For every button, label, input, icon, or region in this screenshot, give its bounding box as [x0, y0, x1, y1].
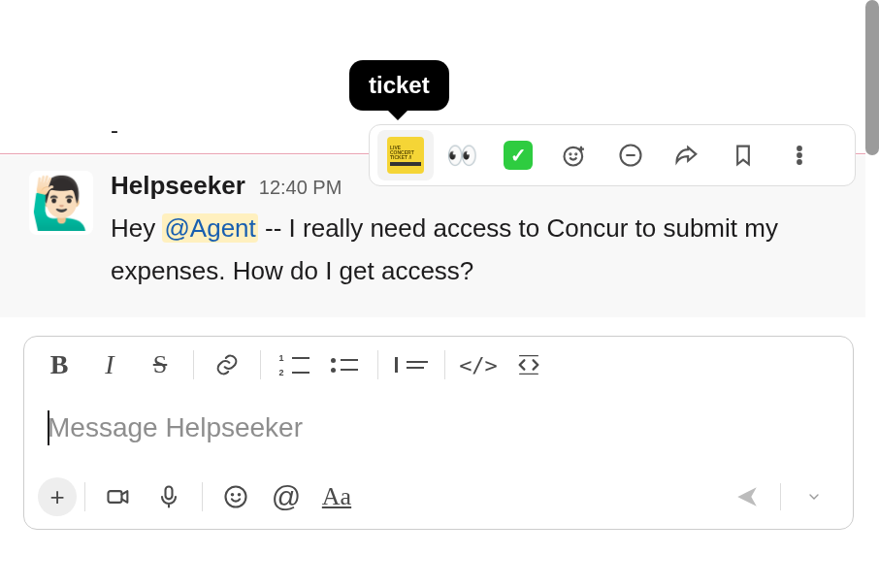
svg-point-9 [226, 487, 246, 507]
mention[interactable]: @Agent [162, 213, 257, 243]
composer-actions: + @ Aa [24, 473, 853, 529]
separator [193, 350, 194, 379]
format-toolbar: B I S 1 2 </> [24, 337, 853, 393]
code-button[interactable]: </> [453, 344, 504, 385]
svg-point-5 [798, 153, 801, 157]
chevron-down-icon [806, 489, 822, 505]
svg-rect-8 [166, 487, 173, 500]
speech-bubble-icon [617, 142, 644, 169]
eyes-icon: 👀 [446, 141, 477, 171]
message-text-part1: Hey [111, 213, 162, 243]
separator [84, 482, 85, 511]
share-arrow-icon [673, 142, 700, 169]
svg-rect-7 [109, 491, 122, 503]
unordered-list-icon [331, 358, 358, 373]
reaction-ticket[interactable]: LIVECONCERTTICKET // [377, 130, 434, 180]
video-icon [105, 483, 132, 510]
blockquote-button[interactable] [386, 344, 437, 385]
ordered-list-button[interactable]: 1 2 [269, 344, 319, 385]
send-icon [734, 484, 760, 509]
attach-button[interactable]: + [38, 477, 77, 516]
smile-icon [222, 483, 249, 510]
message-text: Hey @Agent -- I really need access to Co… [111, 207, 846, 292]
more-actions-button[interactable] [771, 130, 828, 180]
strikethrough-button[interactable]: S [135, 344, 185, 385]
ordered-list-icon: 1 2 [279, 353, 309, 377]
ticket-icon: LIVECONCERTTICKET // [387, 137, 424, 174]
separator [780, 483, 781, 510]
reaction-check[interactable]: ✓ [490, 130, 546, 180]
avatar[interactable]: 🙋🏻‍♂️ [29, 171, 93, 235]
plus-icon: + [49, 482, 64, 512]
separator [260, 350, 261, 379]
send-button[interactable] [722, 476, 772, 517]
kebab-icon [786, 142, 813, 169]
microphone-icon [155, 483, 182, 510]
message-username[interactable]: Helpseeker [111, 171, 245, 201]
video-button[interactable] [93, 476, 144, 517]
separator [377, 350, 378, 379]
bookmark-button[interactable] [715, 130, 771, 180]
svg-point-4 [798, 147, 801, 150]
reaction-eyes[interactable]: 👀 [434, 130, 490, 180]
add-reaction-button[interactable] [546, 130, 602, 180]
code-block-button[interactable] [504, 344, 554, 385]
link-icon [213, 351, 241, 378]
italic-button[interactable]: I [84, 344, 135, 385]
code-block-icon [515, 351, 542, 378]
emoji-button[interactable] [211, 476, 261, 517]
text-cursor [48, 410, 49, 445]
message-composer: B I S 1 2 </> [23, 336, 854, 530]
message-input[interactable]: Message Helpseeker [24, 393, 853, 473]
tooltip-label: ticket [369, 72, 430, 98]
message-actions-toolbar: LIVECONCERTTICKET // 👀 ✓ [369, 124, 856, 186]
unordered-list-button[interactable] [319, 344, 370, 385]
send-group [722, 476, 839, 517]
aa-icon: Aa [322, 482, 351, 511]
formatting-toggle-button[interactable]: Aa [311, 476, 362, 517]
separator [202, 482, 203, 511]
mention-button[interactable]: @ [261, 476, 311, 517]
audio-button[interactable] [144, 476, 194, 517]
bold-button[interactable]: B [34, 344, 84, 385]
message-input-placeholder: Message Helpseeker [48, 412, 303, 442]
separator [444, 350, 445, 379]
send-options-button[interactable] [789, 476, 839, 517]
svg-point-10 [232, 494, 233, 495]
date-divider-char: - [111, 116, 118, 144]
scrollbar[interactable] [865, 0, 879, 155]
link-button[interactable] [202, 344, 252, 385]
blockquote-icon [395, 357, 428, 373]
bookmark-icon [730, 142, 757, 169]
share-button[interactable] [659, 130, 715, 180]
smile-plus-icon [561, 142, 588, 169]
svg-point-2 [575, 153, 576, 154]
check-icon: ✓ [504, 141, 533, 170]
tooltip: ticket [349, 60, 449, 111]
svg-point-6 [798, 160, 801, 164]
message-body: Helpseeker 12:40 PM Hey @Agent -- I real… [111, 171, 846, 292]
svg-point-1 [570, 153, 570, 154]
svg-point-11 [239, 494, 240, 495]
message-timestamp[interactable]: 12:40 PM [259, 177, 342, 199]
reply-thread-button[interactable] [602, 130, 659, 180]
